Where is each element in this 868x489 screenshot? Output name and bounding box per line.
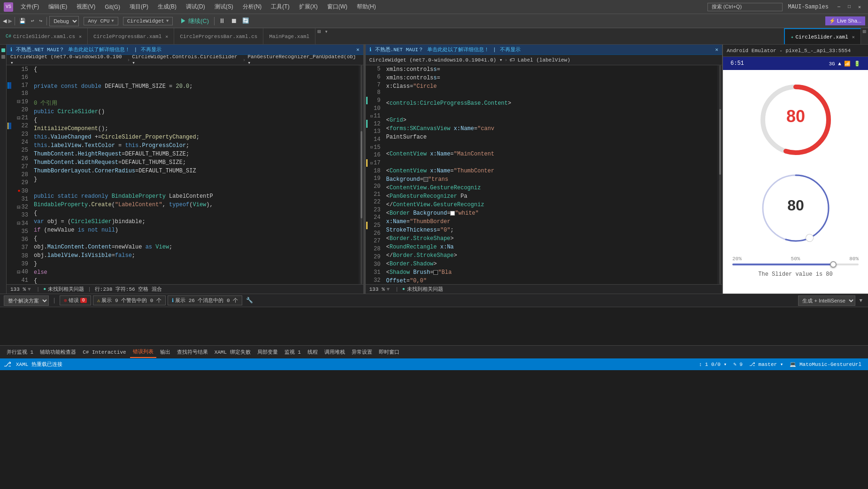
menu-edit[interactable]: 编辑(E)	[45, 1, 71, 13]
save-button[interactable]: 💾	[17, 17, 28, 25]
menu-extensions[interactable]: 扩展(X)	[295, 1, 322, 13]
warning-filter-btn[interactable]: ⚠ 展示 9 个警告中的 0 个	[93, 295, 166, 305]
right-scrollbar[interactable]	[717, 65, 722, 284]
menu-test[interactable]: 测试(S)	[211, 1, 237, 13]
right-tab-split-icon[interactable]: ⊞	[861, 28, 868, 44]
search-icon[interactable]	[1, 55, 5, 59]
tab-split-icon[interactable]: ⊞	[315, 28, 323, 44]
menu-view[interactable]: 视图(V)	[73, 1, 99, 13]
right-collapse-17[interactable]: ⊟	[370, 161, 373, 166]
bottom-tab-exception-settings[interactable]: 异常设置	[349, 347, 375, 357]
project-status[interactable]: 💻 MatoMusic-GestureUrl	[787, 360, 864, 368]
warning-count-status[interactable]: ✎ 9	[730, 360, 745, 368]
right-notification-link[interactable]: 单击此处以了解详细信息！	[427, 46, 489, 53]
bottom-tab-threads[interactable]: 线程	[305, 347, 321, 357]
menu-analyze[interactable]: 分析(N)	[239, 1, 266, 13]
bottom-tab-callstack[interactable]: 调用堆栈	[322, 347, 348, 357]
zoom-level[interactable]: 133 %	[10, 287, 26, 292]
branch-status[interactable]: ⎇ master ▾	[746, 360, 786, 368]
menu-tools[interactable]: 工具(T)	[267, 1, 293, 13]
collapse-icon-19[interactable]: ⊟	[17, 98, 20, 105]
tab-circleprogress-xaml[interactable]: CircleProgressBar.xaml ✕	[88, 28, 174, 44]
right-scrollbar-thumb[interactable]	[719, 109, 721, 175]
target-selector[interactable]: CircleWidget ▼	[123, 17, 173, 25]
collapse-icon-34[interactable]: ⊟	[17, 220, 20, 227]
right-notification-close[interactable]: ✕	[715, 47, 718, 53]
left-scrollbar[interactable]	[359, 65, 363, 284]
menu-help[interactable]: 帮助(H)	[353, 1, 380, 13]
bottom-tab-locals[interactable]: 局部变量	[254, 347, 281, 357]
slider-thumb[interactable]	[830, 261, 837, 268]
pause-button[interactable]: ⏸	[217, 16, 227, 26]
menu-git[interactable]: Git(G)	[101, 2, 124, 12]
error-count-status[interactable]: ↕ 1 0/0 ▾	[696, 360, 730, 368]
notification-close[interactable]: ✕	[356, 47, 360, 53]
tab-close[interactable]: ✕	[165, 34, 168, 39]
tab-circleslider-cs[interactable]: C# CircleSlider.xaml.cs ✕	[0, 28, 88, 44]
build-select-dropdown[interactable]: ▼	[857, 297, 864, 304]
build-intellisense-select[interactable]: 生成 + IntelliSense	[798, 295, 855, 306]
tab-circleslider-xaml[interactable]: ✦ CircleSlider.xaml ✕	[785, 28, 860, 44]
menu-build[interactable]: 生成(B)	[154, 1, 180, 13]
collapse-icon-32[interactable]: ⊟	[17, 204, 20, 211]
bottom-tab-accessibility[interactable]: 辅助功能检查器	[37, 347, 79, 357]
collapse-icon-40[interactable]: ⊟	[17, 269, 20, 276]
bottom-tab-immediate[interactable]: 即时窗口	[376, 347, 402, 357]
live-share-button[interactable]: ⚡ Live Sha...	[825, 16, 865, 25]
collapse-icon-21[interactable]: ⊟	[17, 115, 20, 122]
bottom-tab-find-results[interactable]: 查找符号结果	[174, 347, 211, 357]
cpu-dropdown-icon: ▼	[111, 19, 114, 23]
notification-dismiss[interactable]: 不再显示	[141, 46, 161, 53]
bottom-tab-watch1[interactable]: 监视 1	[282, 347, 304, 357]
code-line-39: else	[34, 268, 355, 277]
close-button[interactable]: ✕	[855, 2, 864, 12]
scrollbar-thumb[interactable]	[361, 131, 362, 218]
slider-labels: 20% 50% 80%	[730, 256, 860, 262]
maximize-button[interactable]: □	[845, 2, 854, 12]
debug-mode-select[interactable]: Debug	[49, 16, 79, 26]
slider-container[interactable]	[730, 264, 860, 265]
stop-button[interactable]: ⏹	[229, 16, 239, 26]
bottom-tab-csharp-interactive[interactable]: C# Interactive	[80, 348, 129, 357]
xaml-hot-reload-text[interactable]: XAML 热重载已连接	[14, 360, 64, 369]
message-filter-btn[interactable]: ℹ 展示 26 个消息中的 0 个	[168, 295, 242, 305]
tab-close-active[interactable]: ✕	[852, 34, 855, 40]
right-zoom-level[interactable]: 133 %	[369, 287, 385, 292]
bottom-tab-output[interactable]: 输出	[157, 347, 173, 357]
restart-button[interactable]: 🔄	[240, 16, 251, 25]
window-controls: — □ ✕	[834, 2, 864, 12]
right-collapse-15[interactable]: ⊟	[370, 145, 373, 150]
play-button[interactable]: ▶ 继续(C)	[177, 16, 212, 26]
right-collapse-11[interactable]: ⊟	[370, 114, 373, 119]
right-notification-dismiss[interactable]: 不再显示	[500, 46, 521, 53]
undo-button[interactable]: ↩	[29, 17, 36, 25]
menu-window[interactable]: 窗口(W)	[323, 1, 351, 13]
tab-circleprogress-cs[interactable]: CircleProgressBar.xaml.cs	[174, 28, 263, 44]
bottom-toolbar: 并行监视 1 辅助功能检查器 C# Interactive 错误列表 输出 查找…	[0, 345, 868, 358]
breakpoint-30[interactable]: ●	[18, 188, 21, 194]
explorer-icon[interactable]	[1, 48, 5, 52]
search-input[interactable]	[707, 3, 783, 11]
menu-file[interactable]: 文件(F)	[17, 1, 43, 13]
cpu-selector[interactable]: Any CPU ▼	[84, 17, 118, 25]
error-filter-btn[interactable]: ⊗ 错误 0	[60, 295, 91, 305]
bottom-tab-error-list[interactable]: 错误列表	[130, 346, 156, 358]
xml-line-26: <RoundRectangle x:Na	[386, 243, 714, 251]
menu-debug[interactable]: 调试(D)	[182, 1, 209, 13]
menu-project[interactable]: 项目(P)	[126, 1, 152, 13]
minimize-button[interactable]: —	[834, 2, 844, 12]
notification-link[interactable]: 单击此处以了解详细信息！	[68, 46, 130, 53]
filter-settings-icon[interactable]: 🔧	[244, 296, 255, 305]
bottom-tab-parallel[interactable]: 并行监视 1	[4, 347, 36, 357]
solution-scope-select[interactable]: 整个解决方案	[4, 295, 49, 306]
tab-overflow-icon[interactable]: ▾	[323, 28, 330, 44]
forward-button[interactable]: ▶	[8, 17, 12, 25]
gutter-line-17: 17	[7, 82, 30, 90]
tab-mainpage[interactable]: MainPage.xaml	[263, 28, 315, 44]
redo-button[interactable]: ↪	[38, 17, 45, 25]
breadcrumb-sep2: ›	[243, 57, 246, 63]
slider-label-50: 50%	[791, 256, 800, 262]
tab-close[interactable]: ✕	[79, 34, 82, 39]
bottom-tab-xaml-binding[interactable]: XAML 绑定失败	[212, 347, 253, 357]
back-button[interactable]: ◀	[3, 17, 7, 25]
